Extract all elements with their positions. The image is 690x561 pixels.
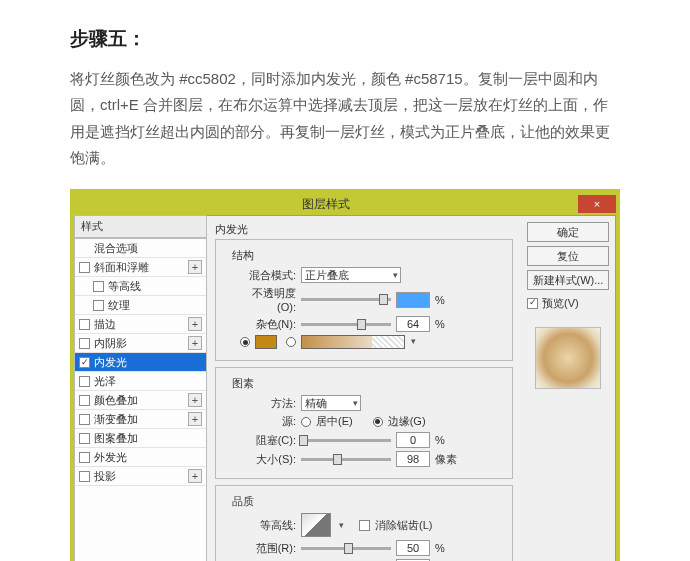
size-unit: 像素 (435, 452, 457, 467)
plus-icon[interactable]: + (188, 393, 202, 407)
range-input[interactable]: 50 (396, 540, 430, 556)
range-label: 范围(R): (240, 541, 296, 556)
style-row-inner-shadow[interactable]: 内阴影+ (75, 334, 206, 353)
blend-options-row[interactable]: 混合选项 (75, 239, 206, 258)
choke-slider[interactable] (301, 439, 391, 442)
style-row-texture[interactable]: 纹理+ (75, 296, 206, 315)
new-style-button[interactable]: 新建样式(W)... (527, 270, 609, 290)
body-paragraph: 将灯丝颜色改为 #cc5802，同时添加内发光，颜色 #c58715。复制一层中… (70, 66, 620, 171)
blend-mode-select[interactable]: 正片叠底 (301, 267, 401, 283)
noise-label: 杂色(N): (240, 317, 296, 332)
close-button[interactable]: × (578, 195, 616, 213)
step-title: 步骤五： (70, 26, 620, 52)
structure-group: 结构 混合模式: 正片叠底 不透明度(O): % 杂色(N): 64 (215, 239, 513, 361)
layer-style-dialog: 图层样式 × 样式 混合选项 斜面和浮雕+ 等高线+ 纹理+ 描边+ 内阴影+ … (70, 189, 620, 561)
choke-unit: % (435, 434, 445, 446)
color-swatch[interactable] (255, 335, 277, 349)
quality-group: 品质 等高线: 消除锯齿(L) 范围(R): 50 % (215, 485, 513, 561)
style-row-contour[interactable]: 等高线+ (75, 277, 206, 296)
noise-slider[interactable] (301, 323, 391, 326)
preview-checkbox[interactable]: ✓ (527, 298, 538, 309)
noise-input[interactable]: 64 (396, 316, 430, 332)
source-edge-label: 边缘(G) (388, 414, 426, 429)
styles-sidebar: 样式 混合选项 斜面和浮雕+ 等高线+ 纹理+ 描边+ 内阴影+ 内发光+ 光泽… (75, 216, 207, 561)
plus-icon[interactable]: + (188, 336, 202, 350)
panel-head: 内发光 (215, 222, 513, 237)
antialias-checkbox[interactable] (359, 520, 370, 531)
elements-title: 图素 (232, 376, 504, 391)
style-row-satin[interactable]: 光泽+ (75, 372, 206, 391)
style-row-bevel[interactable]: 斜面和浮雕+ (75, 258, 206, 277)
style-row-color-overlay[interactable]: 颜色叠加+ (75, 391, 206, 410)
plus-icon[interactable]: + (188, 469, 202, 483)
settings-panel: 内发光 结构 混合模式: 正片叠底 不透明度(O): % 杂色(N): (207, 216, 521, 561)
structure-title: 结构 (232, 248, 504, 263)
plus-icon[interactable]: + (188, 317, 202, 331)
ok-button[interactable]: 确定 (527, 222, 609, 242)
contour-label: 等高线: (240, 518, 296, 533)
elements-group: 图素 方法: 精确 源: 居中(E) 边缘(G) 阻塞(C): (215, 367, 513, 479)
blend-mode-label: 混合模式: (240, 268, 296, 283)
opacity-label: 不透明度(O): (240, 286, 296, 313)
preview-thumbnail (535, 327, 601, 389)
source-edge-radio[interactable] (373, 417, 383, 427)
source-center-label: 居中(E) (316, 414, 353, 429)
opacity-unit: % (435, 294, 445, 306)
size-input[interactable]: 98 (396, 451, 430, 467)
color-radio-solid[interactable] (240, 337, 250, 347)
size-label: 大小(S): (240, 452, 296, 467)
choke-label: 阻塞(C): (240, 433, 296, 448)
antialias-label: 消除锯齿(L) (375, 518, 432, 533)
range-unit: % (435, 542, 445, 554)
source-center-radio[interactable] (301, 417, 311, 427)
opacity-slider[interactable] (301, 298, 391, 301)
noise-unit: % (435, 318, 445, 330)
gradient-picker[interactable] (301, 335, 405, 349)
dialog-titlebar: 图层样式 × (74, 193, 616, 215)
choke-input[interactable]: 0 (396, 432, 430, 448)
method-label: 方法: (240, 396, 296, 411)
method-select[interactable]: 精确 (301, 395, 361, 411)
opacity-input[interactable] (396, 292, 430, 308)
preview-label: 预览(V) (542, 296, 579, 311)
styles-list: 混合选项 斜面和浮雕+ 等高线+ 纹理+ 描边+ 内阴影+ 内发光+ 光泽+ 颜… (74, 238, 207, 561)
style-row-outer-glow[interactable]: 外发光+ (75, 448, 206, 467)
quality-title: 品质 (232, 494, 504, 509)
style-row-drop-shadow[interactable]: 投影+ (75, 467, 206, 486)
right-column: 确定 复位 新建样式(W)... ✓ 预览(V) (521, 216, 615, 561)
source-label: 源: (240, 414, 296, 429)
size-slider[interactable] (301, 458, 391, 461)
cancel-button[interactable]: 复位 (527, 246, 609, 266)
style-row-pattern-overlay[interactable]: 图案叠加+ (75, 429, 206, 448)
plus-icon[interactable]: + (188, 412, 202, 426)
plus-icon[interactable]: + (188, 260, 202, 274)
styles-header: 样式 (74, 215, 207, 238)
color-radio-gradient[interactable] (286, 337, 296, 347)
style-row-stroke[interactable]: 描边+ (75, 315, 206, 334)
range-slider[interactable] (301, 547, 391, 550)
dialog-title: 图层样式 (74, 196, 578, 213)
style-row-gradient-overlay[interactable]: 渐变叠加+ (75, 410, 206, 429)
contour-picker[interactable] (301, 513, 331, 537)
style-row-inner-glow[interactable]: 内发光+ (75, 353, 206, 372)
